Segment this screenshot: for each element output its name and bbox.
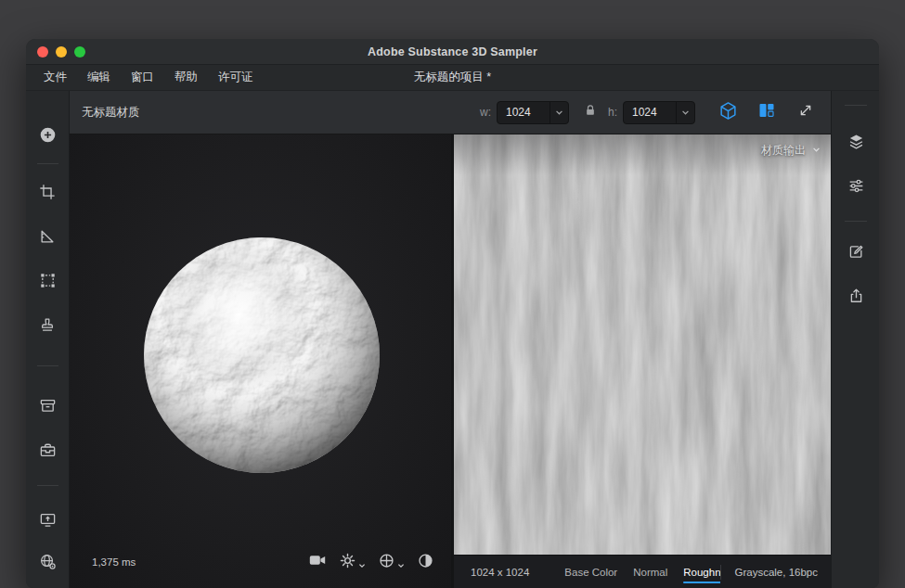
measure-icon [39, 228, 56, 245]
right-toolbar [831, 91, 879, 588]
viewport-2d[interactable]: 材质输出 1024 x 1024 Base Color Normal Rough… [454, 134, 831, 588]
height-value: 1024 [624, 106, 676, 119]
desktop-background: Adobe Substance 3D Sampler 文件 编辑 窗口 帮助 许… [0, 0, 905, 588]
width-select[interactable]: 1024 [497, 101, 569, 124]
channel-bar: 1024 x 1024 Base Color Normal Roughness … [454, 555, 831, 588]
material-name: 无标题材质 [82, 105, 140, 121]
lock-aspect-button[interactable] [578, 100, 602, 124]
stamp-tool-button[interactable] [34, 312, 60, 338]
gear-icon [339, 552, 356, 573]
window-controls [37, 39, 85, 64]
transform-icon [39, 272, 57, 289]
toolbox-button[interactable] [34, 437, 60, 463]
crop-tool-button[interactable] [34, 179, 60, 205]
menu-file[interactable]: 文件 [33, 65, 77, 90]
app-window: Adobe Substance 3D Sampler 文件 编辑 窗口 帮助 许… [26, 39, 879, 588]
stamp-icon [39, 316, 56, 333]
split-view-icon [757, 101, 776, 123]
crop-icon [39, 184, 56, 200]
titlebar: Adobe Substance 3D Sampler [26, 39, 879, 65]
render-time: 1,375 ms [92, 556, 136, 568]
viewport-split: 1,375 ms [70, 134, 831, 588]
material-output-label: 材质输出 [761, 143, 806, 159]
tab-normal[interactable]: Normal [633, 556, 667, 588]
material-output-dropdown[interactable]: 材质输出 [761, 143, 821, 159]
chevron-down-icon [397, 556, 405, 573]
texture-resolution: 1024 x 1024 [471, 567, 529, 578]
send-to-button[interactable] [34, 506, 60, 532]
render-settings-button[interactable] [339, 552, 366, 573]
menu-license[interactable]: 许可证 [208, 65, 264, 90]
chevron-down-icon [358, 556, 366, 573]
menu-window[interactable]: 窗口 [121, 65, 164, 90]
tab-base-color[interactable]: Base Color [564, 556, 617, 588]
add-asset-button[interactable] [34, 121, 60, 147]
viewport-3d-statusbar: 1,375 ms [92, 551, 434, 573]
chevron-down-icon [549, 102, 568, 123]
display-share-icon [39, 511, 57, 529]
format-group: Grayscale, 16bpc [720, 565, 819, 580]
zoom-window-button[interactable] [74, 46, 85, 58]
edit-icon [847, 243, 865, 261]
environment-settings-button[interactable] [34, 548, 60, 574]
texture-format: Grayscale, 16bpc [735, 567, 819, 578]
add-icon [39, 126, 57, 144]
width-value: 1024 [498, 106, 549, 119]
center-column: 无标题材质 w: 1024 h: [70, 91, 831, 588]
width-label: w: [480, 106, 491, 119]
divider [37, 365, 58, 366]
channel-tabs: Base Color Normal Roughness M [564, 556, 719, 588]
camera-button[interactable] [308, 551, 327, 573]
measure-tool-button[interactable] [34, 224, 60, 249]
exposure-icon [417, 552, 434, 573]
height-select[interactable]: 1024 [623, 101, 695, 124]
crosshair-globe-icon [378, 552, 395, 573]
layers-panel-button[interactable] [843, 128, 869, 154]
environment-gear-icon [39, 553, 57, 570]
toolbar: 无标题材质 w: 1024 h: [70, 91, 831, 134]
adjustments-icon [847, 177, 865, 195]
viewport-3d-controls [308, 551, 434, 573]
left-toolbar [26, 91, 70, 588]
chevron-down-icon [676, 102, 694, 123]
toolbox-icon [39, 441, 57, 459]
chevron-down-icon [811, 145, 821, 158]
menu-help[interactable]: 帮助 [164, 65, 208, 90]
fullscreen-icon [797, 102, 814, 122]
roughness-texture [454, 134, 831, 588]
project-title: 无标题的项目 * [414, 70, 491, 85]
drawer-icon [39, 397, 57, 415]
edit-panel-button[interactable] [843, 238, 869, 264]
divider [845, 221, 867, 222]
material-preview-sphere[interactable] [143, 236, 381, 474]
window-title: Adobe Substance 3D Sampler [368, 45, 537, 58]
lock-icon [583, 103, 598, 121]
exposure-button[interactable] [417, 552, 434, 573]
layers-icon [847, 133, 865, 150]
divider [37, 485, 58, 486]
close-window-button[interactable] [37, 46, 48, 58]
menubar: 文件 编辑 窗口 帮助 许可证 无标题的项目 * [26, 65, 879, 91]
tab-roughness[interactable]: Roughness [683, 556, 719, 588]
toolbar-right-group: w: 1024 h: 1024 [480, 100, 818, 124]
divider [845, 105, 867, 106]
viewport-3d[interactable]: 1,375 ms [70, 134, 451, 588]
fullscreen-button[interactable] [794, 100, 818, 124]
minimize-window-button[interactable] [56, 46, 67, 58]
toggle-3d-view-button[interactable] [716, 100, 740, 124]
divider [720, 565, 721, 580]
environment-button[interactable] [378, 552, 405, 573]
cube-3d-icon [718, 101, 738, 124]
transform-tool-button[interactable] [34, 267, 60, 293]
split-view-button[interactable] [755, 100, 779, 124]
divider [37, 163, 58, 164]
menu-edit[interactable]: 编辑 [77, 65, 121, 90]
export-icon [847, 287, 865, 304]
export-button[interactable] [843, 282, 869, 308]
camera-icon [308, 551, 327, 573]
adjustments-panel-button[interactable] [843, 173, 869, 198]
app-body: 无标题材质 w: 1024 h: [26, 91, 879, 588]
assets-drawer-button[interactable] [34, 392, 60, 418]
height-label: h: [608, 106, 617, 119]
